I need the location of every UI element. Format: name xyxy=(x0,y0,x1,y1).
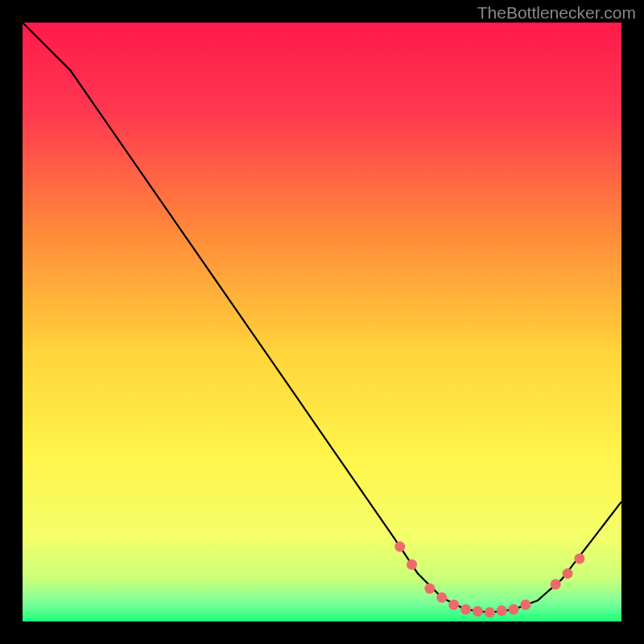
data-marker xyxy=(509,605,519,615)
data-marker xyxy=(448,600,459,610)
data-marker xyxy=(460,605,471,615)
data-marker xyxy=(497,605,507,616)
data-marker xyxy=(473,606,483,617)
data-marker xyxy=(563,568,573,579)
chart-svg xyxy=(23,23,621,621)
data-marker xyxy=(485,607,495,617)
data-marker xyxy=(394,542,405,552)
data-marker xyxy=(520,600,530,610)
data-marker xyxy=(574,553,584,564)
watermark-text: TheBottlenecker.com xyxy=(477,3,636,23)
data-marker xyxy=(407,559,417,570)
data-marker xyxy=(551,579,561,589)
chart-canvas xyxy=(23,23,621,621)
data-marker xyxy=(424,584,435,594)
data-marker xyxy=(436,592,447,603)
gradient-background xyxy=(23,23,621,621)
